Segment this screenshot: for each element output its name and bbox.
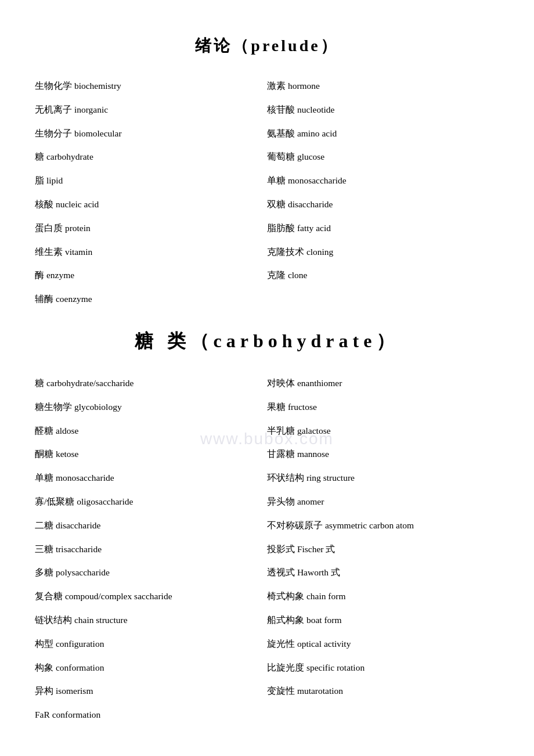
vocab-item-left-0-2: 生物分子 biomolecular bbox=[35, 122, 267, 146]
vocab-item-left-0-8: 酶 enzyme bbox=[35, 264, 267, 287]
vocab-item-left-0-7: 维生素 vitamin bbox=[35, 240, 267, 264]
vocab-item-right-0-6: 脂肪酸 fatty acid bbox=[267, 217, 499, 240]
vocab-item-left-1-12: 构象 conformation bbox=[35, 656, 267, 680]
vocab-item-left-1-14: FaR conformation bbox=[35, 703, 267, 727]
vocab-item-left-0-1: 无机离子 inorganic bbox=[35, 98, 267, 122]
vocab-item-right-0-7: 克隆技术 cloning bbox=[267, 240, 499, 264]
vocab-item-left-1-0: 糖 carbohydrate/saccharide bbox=[35, 372, 267, 395]
vocab-item-left-1-10: 链状结构 chain structure bbox=[35, 609, 267, 632]
vocab-item-right-1-7: 投影式 Fischer 式 bbox=[267, 538, 499, 561]
vocab-item-left-0-9: 辅酶 coenzyme bbox=[35, 287, 267, 311]
vocab-item-right-1-6: 不对称碳原子 asymmetric carbon atom bbox=[267, 514, 499, 538]
vocab-grid-carbohydrate: 糖 carbohydrate/saccharide对映体 enanthiomer… bbox=[35, 372, 499, 727]
section-title-prelude: 绪论（prelude） bbox=[35, 35, 499, 57]
vocab-item-right-1-11: 旋光性 optical activity bbox=[267, 632, 499, 656]
vocab-item-right-1-14 bbox=[267, 703, 499, 727]
vocab-item-left-1-9: 复合糖 compoud/complex saccharide bbox=[35, 585, 267, 609]
vocab-item-right-0-0: 激素 hormone bbox=[267, 74, 499, 98]
vocab-item-right-1-0: 对映体 enanthiomer bbox=[267, 372, 499, 395]
vocab-item-right-0-8: 克隆 clone bbox=[267, 264, 499, 287]
vocab-item-left-0-6: 蛋白质 protein bbox=[35, 217, 267, 240]
vocab-item-left-1-3: 酮糖 ketose bbox=[35, 442, 267, 466]
section-title-carbohydrate: 糖 类（carbohydrate） bbox=[35, 329, 499, 354]
vocab-item-left-1-6: 二糖 disaccharide bbox=[35, 514, 267, 538]
vocab-item-left-0-0: 生物化学 biochemistry bbox=[35, 74, 267, 98]
vocab-item-right-1-12: 比旋光度 specific rotation bbox=[267, 656, 499, 680]
vocab-item-left-1-2: 醛糖 aldose bbox=[35, 419, 267, 443]
vocab-item-right-1-5: 异头物 anomer bbox=[267, 490, 499, 514]
vocab-item-right-0-1: 核苷酸 nucleotide bbox=[267, 98, 499, 122]
vocab-item-right-1-3: 甘露糖 mannose bbox=[267, 442, 499, 466]
section-prelude: 绪论（prelude）生物化学 biochemistry激素 hormone无机… bbox=[35, 35, 499, 311]
section-carbohydrate: 糖 类（carbohydrate）糖 carbohydrate/sacchari… bbox=[35, 329, 499, 727]
vocab-item-right-1-9: 椅式构象 chain form bbox=[267, 585, 499, 609]
vocab-item-right-1-1: 果糖 fructose bbox=[267, 395, 499, 419]
vocab-item-right-1-2: 半乳糖 galactose bbox=[267, 419, 499, 443]
vocab-item-right-1-13: 变旋性 mutarotation bbox=[267, 679, 499, 703]
vocab-item-left-1-1: 糖生物学 glycobiology bbox=[35, 395, 267, 419]
vocab-item-left-0-5: 核酸 nucleic acid bbox=[35, 193, 267, 217]
vocab-item-right-1-4: 环状结构 ring structure bbox=[267, 466, 499, 490]
vocab-grid-prelude: 生物化学 biochemistry激素 hormone无机离子 inorgani… bbox=[35, 74, 499, 311]
vocab-item-right-1-8: 透视式 Haworth 式 bbox=[267, 561, 499, 585]
vocab-item-right-0-4: 单糖 monosaccharide bbox=[267, 169, 499, 193]
vocab-item-left-1-7: 三糖 trisaccharide bbox=[35, 538, 267, 561]
vocab-item-right-0-5: 双糖 disaccharide bbox=[267, 193, 499, 217]
vocab-item-left-1-5: 寡/低聚糖 oligosaccharide bbox=[35, 490, 267, 514]
vocab-item-left-1-11: 构型 configuration bbox=[35, 632, 267, 656]
vocab-item-right-1-10: 船式构象 boat form bbox=[267, 609, 499, 632]
vocab-item-left-1-4: 单糖 monosaccharide bbox=[35, 466, 267, 490]
vocab-item-right-0-2: 氨基酸 amino acid bbox=[267, 122, 499, 146]
vocab-item-right-0-3: 葡萄糖 glucose bbox=[267, 145, 499, 169]
vocab-item-right-0-9 bbox=[267, 287, 499, 311]
vocab-item-left-1-8: 多糖 polysaccharide bbox=[35, 561, 267, 585]
vocab-item-left-0-3: 糖 carbohydrate bbox=[35, 145, 267, 169]
vocab-item-left-0-4: 脂 lipid bbox=[35, 169, 267, 193]
vocab-item-left-1-13: 异构 isomerism bbox=[35, 679, 267, 703]
